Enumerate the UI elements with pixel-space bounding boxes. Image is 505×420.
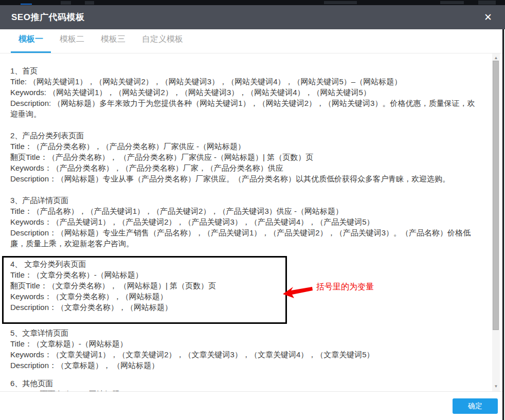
background-icon-hint bbox=[61, 1, 71, 5]
tab-custom-template[interactable]: 自定义模板 bbox=[134, 34, 191, 53]
background-icon-hint bbox=[85, 1, 94, 5]
template-line: Keywords：（产品分类名称），（产品分类名称）厂家，（产品分类名称）供应 bbox=[10, 162, 481, 173]
template-line: Description：（文章标题）， （网站标题） bbox=[10, 360, 481, 371]
modal-title: SEO推广代码模板 bbox=[11, 11, 84, 23]
template-line: Keywords: （网站关键词1），（网站关键词2），（网站关键词3），（网站… bbox=[10, 87, 481, 98]
section-article-category-wrapper: 4、 文章分类列表页面 Title：（文章分类名称）-（网站标题） 翻页Titl… bbox=[10, 256, 481, 324]
template-line: Title：（文章标题）-（网站标题） bbox=[10, 338, 481, 349]
modal-header: SEO推广代码模板 ✕ bbox=[0, 5, 505, 29]
template-line: Title：（产品名称），（产品关键词1），（产品关键词2），（产品关键词3）供… bbox=[10, 206, 481, 216]
section-product-detail: 3、产品详情页面 Title：（产品名称），（产品关键词1），（产品关键词2），… bbox=[10, 195, 481, 249]
tab-template-1[interactable]: 模板一 bbox=[11, 34, 51, 53]
confirm-button[interactable]: 确定 bbox=[453, 398, 498, 414]
modal-dialog: 模板一 模板二 模板三 自定义模板 1、首页 Title: （网站关键词1），（… bbox=[0, 29, 502, 420]
template-line: Description：（网站标题）专业从事（产品分类名称）厂家供应。（产品分类… bbox=[10, 173, 481, 184]
section-article-detail: 5、文章详情页面 Title：（文章标题）-（网站标题） Keywords：（文… bbox=[10, 327, 481, 371]
template-line: Title：（产品分类名称），（产品分类名称）厂家供应 -（网站标题） bbox=[10, 141, 481, 152]
section-heading: 2、产品分类列表页面 bbox=[10, 130, 481, 141]
tab-template-2[interactable]: 模板二 bbox=[52, 34, 92, 53]
section-heading: 5、文章详情页面 bbox=[10, 327, 481, 338]
scrollbar-thumb[interactable] bbox=[493, 61, 499, 330]
section-heading: 6、其他页面 bbox=[10, 378, 481, 389]
template-line: Title：（文章分类名称）-（网站标题） bbox=[10, 269, 280, 280]
section-home-page: 1、首页 Title: （网站关键词1），（网站关键词2），（网站关键词3），（… bbox=[10, 65, 481, 119]
scroll-up-icon[interactable]: ▲ bbox=[492, 54, 500, 61]
template-line: Description：（文章分类名称），（网站标题） bbox=[10, 302, 280, 313]
background-accent-mark bbox=[21, 4, 32, 5]
highlight-box: 4、 文章分类列表页面 Title：（文章分类名称）-（网站标题） 翻页Titl… bbox=[2, 256, 287, 324]
template-line: Description: （网站标题）多年来致力于为您提供各种（网站关键词1），… bbox=[10, 98, 481, 119]
scrollbar[interactable]: ▲ ▼ bbox=[492, 53, 500, 391]
template-tabbar: 模板一 模板二 模板三 自定义模板 bbox=[0, 29, 502, 53]
template-line: Keywords：（文章关键词1），（文章关键词2），（文章关键词3），（文章关… bbox=[10, 349, 481, 360]
tab-template-3[interactable]: 模板三 bbox=[93, 34, 133, 53]
template-line: Description：（网站标题）专业生产销售（产品名称），（产品关键词1），… bbox=[10, 227, 481, 249]
background-text-hint bbox=[440, 1, 464, 4]
section-heading: 4、 文章分类列表页面 bbox=[10, 259, 280, 269]
section-heading: 3、产品详情页面 bbox=[10, 195, 481, 206]
red-arrow-left-icon bbox=[283, 284, 313, 299]
close-icon[interactable]: ✕ bbox=[480, 5, 496, 29]
section-other-pages: 6、其他页面 Title：（页面名称）-（网站标题） bbox=[10, 378, 481, 391]
template-line: Keywords：（文章分类名称），（网站标题） bbox=[10, 291, 280, 302]
background-icon-hint bbox=[478, 1, 496, 5]
section-heading: 1、首页 bbox=[10, 65, 481, 76]
background-text-hint bbox=[324, 1, 357, 4]
template-line: 翻页Title：（产品分类名称）， （产品分类名称）厂家供应 -（网站标题）| … bbox=[10, 152, 481, 162]
scroll-down-icon[interactable]: ▼ bbox=[492, 382, 500, 390]
template-line: Title: （网站关键词1），（网站关键词2），（网站关键词3），（网站关键词… bbox=[10, 76, 481, 87]
template-body: 1、首页 Title: （网站关键词1），（网站关键词2），（网站关键词3），（… bbox=[0, 53, 502, 391]
modal-footer: 确定 bbox=[0, 391, 502, 420]
section-product-category-list: 2、产品分类列表页面 Title：（产品分类名称），（产品分类名称）厂家供应 -… bbox=[10, 130, 481, 184]
annotation-label: 括号里的为变量 bbox=[316, 281, 374, 292]
template-line: 翻页Title：（文章分类名称）， （网站标题）| 第（页数）页 bbox=[10, 280, 280, 291]
template-line: Keywords：（产品关键词1），（产品关键词2），（产品关键词3），（产品关… bbox=[10, 216, 481, 227]
